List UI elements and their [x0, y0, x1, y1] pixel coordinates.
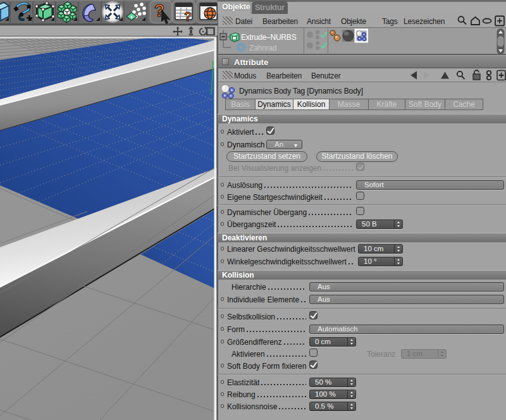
svg-text:?: ?	[184, 9, 192, 23]
